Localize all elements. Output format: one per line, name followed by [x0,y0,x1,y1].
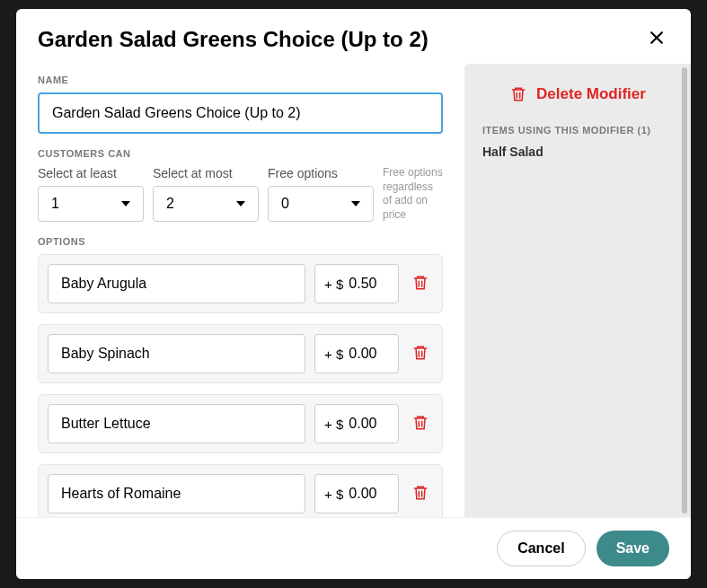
free-options-dropdown[interactable]: 0 [268,186,374,222]
free-options-note: Free options regardless of add on price [383,166,443,222]
close-icon [648,29,666,47]
option-name-input[interactable] [48,474,305,513]
trash-icon [411,274,429,292]
modal-title: Garden Salad Greens Choice (Up to 2) [38,27,429,52]
options-label: OPTIONS [38,236,443,247]
trash-icon [411,414,429,432]
free-options-field: Free options 0 [268,166,374,222]
free-options-value: 0 [281,196,289,212]
option-price-input[interactable]: + $ 0.00 [314,334,399,373]
left-panel: NAME CUSTOMERS CAN Select at least 1 Sel… [16,64,464,517]
modal-header: Garden Salad Greens Choice (Up to 2) [16,9,691,64]
delete-modifier-label: Delete Modifier [536,85,646,103]
trash-icon [509,85,527,103]
option-name-input[interactable] [48,334,305,373]
chevron-down-icon [351,201,360,206]
price-value: 0.50 [349,276,384,292]
modifier-modal: Garden Salad Greens Choice (Up to 2) NAM… [16,9,691,579]
option-price-input[interactable]: + $ 0.00 [314,404,399,443]
name-input[interactable] [38,92,443,134]
options-list: + $ 0.50 + $ 0.00 + $ 0.00 + $ 0.00 [38,254,443,517]
select-at-most-dropdown[interactable]: 2 [153,186,259,222]
option-name-input[interactable] [48,264,305,303]
option-row: + $ 0.00 [38,394,443,453]
delete-modifier-button[interactable]: Delete Modifier [482,85,673,103]
price-prefix: + $ [324,276,343,292]
items-using-list: Half Salad [482,145,673,159]
right-panel: Delete Modifier ITEMS USING THIS MODIFIE… [464,64,691,517]
delete-option-button[interactable] [408,340,433,368]
free-options-label: Free options [268,166,374,180]
option-row: + $ 0.50 [38,254,443,313]
select-at-least-field: Select at least 1 [38,166,144,222]
option-row: + $ 0.00 [38,324,443,383]
chevron-down-icon [121,201,130,206]
trash-icon [411,344,429,362]
items-using-label: ITEMS USING THIS MODIFIER (1) [482,125,673,136]
option-price-input[interactable]: + $ 0.00 [314,474,399,513]
option-row: + $ 0.00 [38,464,443,517]
name-label: NAME [38,75,443,85]
customers-can-row: Select at least 1 Select at most 2 Free … [38,166,443,222]
save-button[interactable]: Save [597,531,669,566]
modal-footer: Cancel Save [16,517,691,579]
price-prefix: + $ [324,347,343,362]
price-prefix: + $ [324,417,343,432]
select-at-most-label: Select at most [153,166,259,180]
modal-body: NAME CUSTOMERS CAN Select at least 1 Sel… [16,64,691,517]
close-button[interactable] [644,25,669,53]
option-price-input[interactable]: + $ 0.50 [314,264,399,303]
price-value: 0.00 [349,416,384,432]
select-at-most-value: 2 [166,196,174,212]
delete-option-button[interactable] [408,270,433,298]
delete-option-button[interactable] [408,410,433,438]
price-value: 0.00 [349,486,384,502]
item-using-link[interactable]: Half Salad [482,145,673,159]
trash-icon [411,484,429,502]
chevron-down-icon [236,201,245,206]
select-at-most-field: Select at most 2 [153,166,259,222]
select-at-least-dropdown[interactable]: 1 [38,186,144,222]
select-at-least-value: 1 [51,196,59,212]
select-at-least-label: Select at least [38,166,144,180]
price-prefix: + $ [324,487,343,502]
cancel-button[interactable]: Cancel [497,531,585,566]
option-name-input[interactable] [48,404,305,443]
customers-can-label: CUSTOMERS CAN [38,148,443,159]
delete-option-button[interactable] [408,480,433,508]
price-value: 0.00 [349,346,384,362]
